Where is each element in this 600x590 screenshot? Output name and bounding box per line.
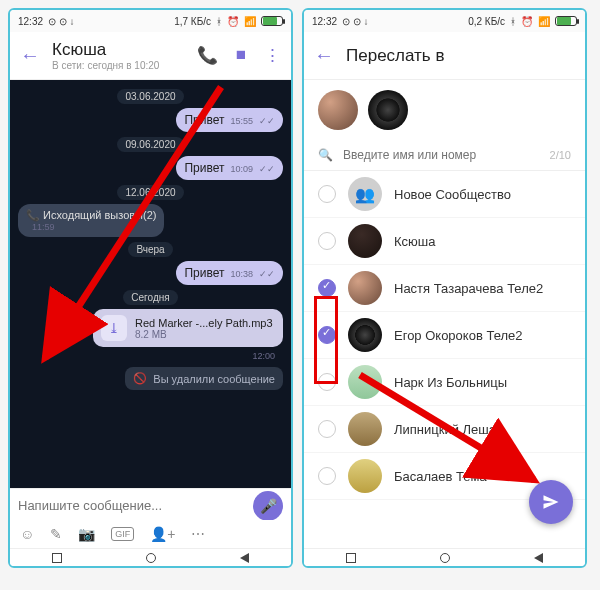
contact-name: Егор Окороков Теле2 [394,328,522,343]
bluetooth-icon: ᚼ [510,16,516,27]
message-input-row: 🎤 [10,488,291,522]
back-icon[interactable]: ← [20,44,40,67]
mic-button[interactable]: 🎤 [253,491,283,521]
search-input[interactable] [343,148,550,162]
checkbox[interactable] [318,326,336,344]
contact-list[interactable]: 👥Новое СообществоКсюшаНастя Тазарачева Т… [304,171,585,500]
back-icon[interactable]: ← [314,44,334,67]
wifi-icon: 📶 [244,16,256,27]
date-pill: 09.06.2020 [117,137,183,152]
file-name: Red Marker -...ely Path.mp3 [135,317,273,329]
chat-body[interactable]: 03.06.2020 Привет15:55✓✓ 09.06.2020 Прив… [10,80,291,490]
nav-recent-icon[interactable] [346,553,356,563]
status-icon: ⊙ ⊙ ↓ [48,16,75,27]
checkbox[interactable] [318,279,336,297]
search-icon: 🔍 [318,148,333,162]
file-size: 8.2 MB [135,329,273,340]
nav-home-icon[interactable] [440,553,450,563]
date-pill: 03.06.2020 [117,89,183,104]
message-out[interactable]: Привет15:55✓✓ [176,108,283,132]
more-attach-icon[interactable]: ⋯ [191,526,205,542]
message-out[interactable]: Привет10:38✓✓ [176,261,283,285]
deleted-message: 🚫 Вы удалили сообщение [125,367,283,390]
forward-header: ← Переслать в [304,32,585,80]
sticker-icon[interactable]: ✎ [50,526,62,542]
checkbox[interactable] [318,232,336,250]
battery-icon [261,16,283,26]
chat-status: В сети: сегодня в 10:20 [52,60,185,71]
message-call[interactable]: 📞 Исходящий вызовы(2)11:59 [18,204,164,237]
selection-counter: 2/10 [550,149,571,161]
avatar: 👥 [348,177,382,211]
battery-icon [555,16,577,26]
nav-home-icon[interactable] [146,553,156,563]
checkbox[interactable] [318,373,336,391]
search-row: 🔍 2/10 [304,140,585,171]
contact-name: Басалаев Тема [394,469,487,484]
contact-item[interactable]: 👥Новое Сообщество [304,171,585,218]
contact-item[interactable]: Настя Тазарачева Теле2 [304,265,585,312]
emoji-icon[interactable]: ☺ [20,526,34,542]
contact-item[interactable]: Нарк Из Больницы [304,359,585,406]
forward-title: Переслать в [346,46,444,66]
attachment-row: ☺ ✎ 📷 GIF 👤+ ⋯ [10,520,291,548]
chat-header: ← Ксюша В сети: сегодня в 10:20 📞 ■ ⋮ [10,32,291,80]
selected-avatar[interactable] [318,90,358,130]
status-bar: 12:32 ⊙ ⊙ ↓ 1,7 КБ/с ᚼ ⏰ 📶 [10,10,291,32]
video-icon[interactable]: ■ [236,45,246,66]
phone-chat-screen: 12:32 ⊙ ⊙ ↓ 1,7 КБ/с ᚼ ⏰ 📶 ← Ксюша В сет… [8,8,293,568]
share-icon[interactable]: ↪ [72,317,87,339]
status-time: 12:32 [18,16,43,27]
alarm-icon: ⏰ [227,16,239,27]
download-icon[interactable]: ⤓ [101,315,127,341]
date-pill: Сегодня [123,290,177,305]
contact-name: Нарк Из Больницы [394,375,507,390]
checkbox[interactable] [318,185,336,203]
contact-item[interactable]: Липницкий Леша [304,406,585,453]
call-icon[interactable]: 📞 [197,45,218,66]
avatar [348,318,382,352]
contact-item[interactable]: Егор Окороков Теле2 [304,312,585,359]
selected-recipients [304,80,585,140]
avatar [348,459,382,493]
status-time: 12:32 [312,16,337,27]
avatar [348,271,382,305]
date-pill: 12.06.2020 [117,185,183,200]
wifi-icon: 📶 [538,16,550,27]
nav-bar [10,548,291,566]
bluetooth-icon: ᚼ [216,16,222,27]
contact-name: Липницкий Леша [394,422,496,437]
contact-name: Ксюша [394,234,435,249]
status-icon: ⊙ ⊙ ↓ [342,16,369,27]
message-input[interactable] [18,498,253,513]
nav-back-icon[interactable] [240,553,249,563]
message-out[interactable]: Привет10:09✓✓ [176,156,283,180]
contact-icon[interactable]: 👤+ [150,526,175,542]
message-file[interactable]: ⤓ Red Marker -...ely Path.mp3 8.2 MB [93,309,283,347]
checkbox[interactable] [318,420,336,438]
contact-item[interactable]: Ксюша [304,218,585,265]
chat-title[interactable]: Ксюша [52,40,185,60]
avatar [348,412,382,446]
more-icon[interactable]: ⋮ [264,45,281,66]
avatar [348,224,382,258]
camera-icon[interactable]: 📷 [78,526,95,542]
status-net: 1,7 КБ/с [174,16,211,27]
date-pill: Вчера [128,242,172,257]
selected-avatar[interactable] [368,90,408,130]
contact-name: Новое Сообщество [394,187,511,202]
file-time: 12:00 [18,351,283,361]
gif-icon[interactable]: GIF [111,527,134,541]
nav-back-icon[interactable] [534,553,543,563]
contact-name: Настя Тазарачева Теле2 [394,281,543,296]
nav-recent-icon[interactable] [52,553,62,563]
checkbox[interactable] [318,467,336,485]
avatar [348,365,382,399]
alarm-icon: ⏰ [521,16,533,27]
send-button[interactable] [529,480,573,524]
status-net: 0,2 КБ/с [468,16,505,27]
phone-forward-screen: 12:32 ⊙ ⊙ ↓ 0,2 КБ/с ᚼ ⏰ 📶 ← Переслать в… [302,8,587,568]
nav-bar [304,548,585,566]
status-bar: 12:32 ⊙ ⊙ ↓ 0,2 КБ/с ᚼ ⏰ 📶 [304,10,585,32]
